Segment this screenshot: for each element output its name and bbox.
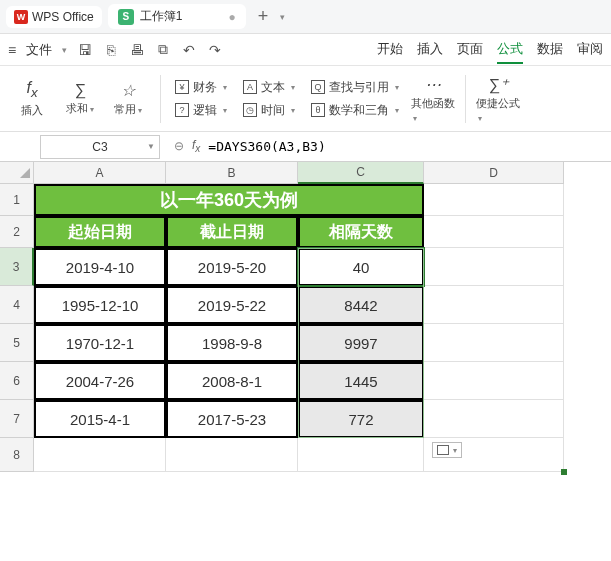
cell[interactable]: 2017-5-23 xyxy=(166,400,298,438)
row-header[interactable]: 3 xyxy=(0,248,34,286)
cell[interactable]: 2004-7-26 xyxy=(34,362,166,400)
formula-bar: C3 ▼ ⊖ fx xyxy=(0,132,611,162)
cell[interactable] xyxy=(298,438,424,472)
cell[interactable]: 2019-5-20 xyxy=(166,248,298,286)
row-header[interactable]: 2 xyxy=(0,216,34,248)
undo-icon[interactable]: ↶ xyxy=(181,42,197,58)
table-header[interactable]: 起始日期 xyxy=(34,216,166,248)
fx-icon: fx xyxy=(26,79,37,100)
tab-data[interactable]: 数据 xyxy=(537,36,563,64)
ribbon-group-basic: fx 插入 ∑ 求和▾ ☆ 常用▾ xyxy=(6,70,154,128)
cell[interactable] xyxy=(424,324,564,362)
col-header[interactable]: A xyxy=(34,162,166,184)
row-header[interactable]: 4 xyxy=(0,286,34,324)
quick-access: ≡ 文件 ▾ 🖫 ⎘ 🖶 ⧉ ↶ ↷ xyxy=(8,41,223,59)
tab-menu-caret-icon[interactable]: ▾ xyxy=(280,12,285,22)
tab-page[interactable]: 页面 xyxy=(457,36,483,64)
col-header[interactable]: C xyxy=(298,162,424,184)
tab-review[interactable]: 审阅 xyxy=(577,36,603,64)
cell[interactable] xyxy=(424,400,564,438)
export-icon[interactable]: ⎘ xyxy=(103,42,119,58)
lookup-button[interactable]: Q查找与引用▾ xyxy=(307,77,403,98)
cell[interactable]: 8442 xyxy=(298,286,424,324)
logic-button[interactable]: ?逻辑▾ xyxy=(171,100,231,121)
cell[interactable]: 1970-12-1 xyxy=(34,324,166,362)
cell[interactable]: 1445 xyxy=(298,362,424,400)
row-header[interactable]: 6 xyxy=(0,362,34,400)
letter-a-icon: A xyxy=(243,80,257,94)
app-name: WPS Office xyxy=(32,10,94,24)
cell[interactable]: 9997 xyxy=(298,324,424,362)
cell[interactable]: 1998-9-8 xyxy=(166,324,298,362)
quick-formula-button[interactable]: ∑⁺ 便捷公式▾ xyxy=(476,70,520,128)
theta-icon: θ xyxy=(311,103,325,117)
datetime-button[interactable]: ◷时间▾ xyxy=(239,100,299,121)
star-icon: ☆ xyxy=(121,81,135,100)
finance-button[interactable]: ¥财务▾ xyxy=(171,77,231,98)
hamburger-icon[interactable]: ≡ xyxy=(8,42,16,58)
row-header[interactable]: 5 xyxy=(0,324,34,362)
fill-handle[interactable] xyxy=(561,469,567,475)
table-header[interactable]: 相隔天数 xyxy=(298,216,424,248)
ribbon-group-cat2: A文本▾ ◷时间▾ xyxy=(235,70,303,128)
cancel-icon[interactable]: ⊖ xyxy=(174,139,184,153)
cell[interactable]: 2015-4-1 xyxy=(34,400,166,438)
autofill-icon xyxy=(437,445,449,455)
row-header[interactable]: 7 xyxy=(0,400,34,438)
cell[interactable] xyxy=(424,216,564,248)
common-functions-button[interactable]: ☆ 常用▾ xyxy=(106,70,150,128)
wps-logo-icon: W xyxy=(14,10,28,24)
tab-start[interactable]: 开始 xyxy=(377,36,403,64)
cell[interactable] xyxy=(34,438,166,472)
cell[interactable]: 2019-4-10 xyxy=(34,248,166,286)
ellipsis-box-icon: ⋯ xyxy=(425,75,441,94)
cell[interactable]: 2019-5-22 xyxy=(166,286,298,324)
tab-insert[interactable]: 插入 xyxy=(417,36,443,64)
preview-icon[interactable]: ⧉ xyxy=(155,41,171,58)
table-header[interactable]: 截止日期 xyxy=(166,216,298,248)
active-cell[interactable]: 40 xyxy=(298,248,424,286)
autofill-options-button[interactable]: ▾ xyxy=(432,442,462,458)
autosum-button[interactable]: ∑ 求和▾ xyxy=(58,70,102,128)
col-header[interactable]: B xyxy=(166,162,298,184)
name-box[interactable]: C3 ▼ xyxy=(40,135,160,159)
file-menu[interactable]: 文件 xyxy=(26,41,52,59)
fx-icon[interactable]: fx xyxy=(192,138,200,154)
sigma-plus-icon: ∑⁺ xyxy=(488,75,507,94)
document-tab[interactable]: S 工作簿1 ● xyxy=(108,4,246,29)
clock-icon: ◷ xyxy=(243,103,257,117)
more-functions-button[interactable]: ⋯ 其他函数▾ xyxy=(411,70,455,128)
select-all-corner[interactable] xyxy=(0,162,34,184)
ribbon-group-cat3: Q查找与引用▾ θ数学和三角▾ xyxy=(303,70,407,128)
yen-icon: ¥ xyxy=(175,80,189,94)
tab-formula[interactable]: 公式 xyxy=(497,36,523,64)
cell[interactable] xyxy=(424,286,564,324)
cell[interactable] xyxy=(424,248,564,286)
cell[interactable] xyxy=(424,184,564,216)
text-button[interactable]: A文本▾ xyxy=(239,77,299,98)
question-icon: ? xyxy=(175,103,189,117)
cell[interactable]: 772 xyxy=(298,400,424,438)
insert-function-button[interactable]: fx 插入 xyxy=(10,70,54,128)
print-icon[interactable]: 🖶 xyxy=(129,42,145,58)
cell[interactable] xyxy=(166,438,298,472)
row-header[interactable]: 1 xyxy=(0,184,34,216)
save-icon[interactable]: 🖫 xyxy=(77,42,93,58)
row-header[interactable]: 8 xyxy=(0,438,34,472)
app-badge[interactable]: W WPS Office xyxy=(6,6,102,28)
document-title: 工作簿1 xyxy=(140,8,183,25)
separator xyxy=(160,75,161,123)
col-header[interactable]: D xyxy=(424,162,564,184)
formula-input[interactable] xyxy=(208,139,508,154)
cell[interactable]: 2008-8-1 xyxy=(166,362,298,400)
redo-icon[interactable]: ↷ xyxy=(207,42,223,58)
math-button[interactable]: θ数学和三角▾ xyxy=(307,100,403,121)
title-bar: W WPS Office S 工作簿1 ● + ▾ xyxy=(0,0,611,34)
cell[interactable]: 1995-12-10 xyxy=(34,286,166,324)
formula-area: ⊖ fx xyxy=(174,138,508,154)
name-box-value: C3 xyxy=(92,140,107,154)
table-title[interactable]: 以一年360天为例 xyxy=(34,184,424,216)
column-headers: A B C D xyxy=(34,162,564,184)
new-tab-button[interactable]: + xyxy=(252,6,275,27)
cell[interactable] xyxy=(424,362,564,400)
